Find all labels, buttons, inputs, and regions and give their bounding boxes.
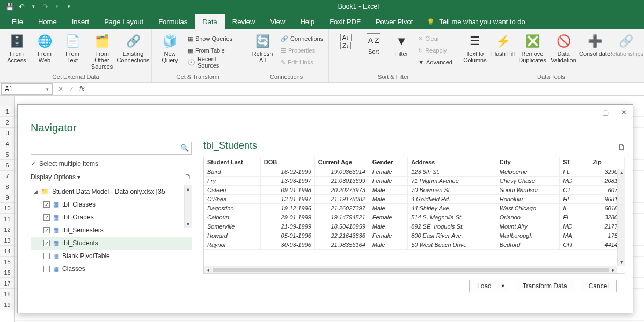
row-header[interactable]: 1 (0, 106, 14, 117)
tree-item-blank-pivottable[interactable]: ▦Blank PivotTable (31, 250, 192, 262)
column-header[interactable]: Address (408, 157, 496, 167)
column-header[interactable]: ST (560, 157, 589, 167)
row-header[interactable]: 2 (0, 117, 14, 128)
undo-icon[interactable]: ↶ (17, 2, 26, 11)
select-multiple-checkbox[interactable]: ✓ Select multiple items (31, 160, 192, 167)
row-header[interactable]: 18 (0, 289, 14, 299)
tree-item-tbl_classes[interactable]: ✓▦tbl_Classes (31, 198, 192, 211)
navigator-tree[interactable]: ◢ 📁 Student Data Model - Data only.xlsx … (31, 185, 192, 309)
column-header[interactable]: Current Age (314, 157, 369, 167)
row-header[interactable]: 19 (0, 299, 14, 310)
fx-icon[interactable]: fx (79, 85, 84, 93)
display-options-dropdown[interactable]: Display Options ▾ (31, 173, 80, 181)
scroll-up-icon[interactable]: ▴ (618, 169, 625, 177)
select-all-corner[interactable] (0, 96, 14, 106)
scroll-left-icon[interactable]: ◂ (204, 266, 211, 274)
column-header[interactable]: DOB (260, 157, 314, 167)
recent-sources-button[interactable]: 🕘Recent Sources (187, 57, 239, 68)
tree-item-classes[interactable]: ▦Classes (31, 262, 192, 275)
flash-fill-button[interactable]: ⚡Flash Fill (491, 31, 515, 57)
table-row[interactable]: O'Shea13-01-199721.19178082Male4 Goldfie… (204, 195, 625, 204)
checkbox-icon[interactable] (43, 253, 50, 259)
from-text-button[interactable]: 📄From Text (60, 31, 85, 63)
undo-dropdown-icon[interactable]: ▾ (29, 2, 38, 11)
preview-options-icon[interactable]: 🗋 (618, 143, 625, 151)
sort-az-button[interactable]: A↓Z↓ (333, 31, 358, 49)
sort-button[interactable]: A ZSort (361, 31, 386, 55)
tab-help[interactable]: Help (292, 14, 322, 29)
row-header[interactable]: 7 (0, 171, 14, 181)
row-header[interactable]: 8 (0, 181, 14, 192)
row-header[interactable]: 3 (0, 128, 14, 138)
cancel-button[interactable]: Cancel (581, 280, 617, 292)
column-header[interactable]: Student Last (204, 157, 260, 167)
formula-input[interactable] (90, 83, 644, 95)
row-header[interactable]: 9 (0, 192, 14, 203)
refresh-icon[interactable]: 🗋 (185, 173, 192, 181)
collapse-icon[interactable]: ◢ (34, 189, 38, 194)
checkbox-icon[interactable]: ✓ (43, 201, 50, 208)
checkbox-icon[interactable]: ✓ (43, 227, 50, 233)
text-to-columns-button[interactable]: ☰Text to Columns (463, 31, 487, 63)
consolidate-button[interactable]: ➕Consolidate (581, 31, 609, 57)
maximize-button[interactable]: ▢ (599, 106, 611, 118)
tree-root-folder[interactable]: ◢ 📁 Student Data Model - Data only.xlsx … (31, 185, 192, 198)
tab-home[interactable]: Home (31, 14, 64, 29)
tab-insert[interactable]: Insert (64, 14, 97, 29)
table-row[interactable]: Osteen09-01-199820.20273973Male70 Bowman… (204, 186, 625, 195)
row-header[interactable]: 4 (0, 138, 14, 149)
table-row[interactable]: Howard05-01-199622.21643836Female800 Eas… (204, 231, 625, 240)
redo-icon[interactable]: ↷ (41, 2, 49, 11)
tree-item-tbl_semesters[interactable]: ✓▦tbl_Semesters (31, 224, 192, 237)
table-row[interactable]: Fry13-03-199721.03013699Female71 Pilgrim… (204, 177, 625, 186)
scroll-down-icon[interactable]: ▼ (185, 221, 192, 228)
save-icon[interactable]: 💾 (5, 2, 14, 11)
table-row[interactable]: Dagostino19-12-199621.26027397Male44 Shi… (204, 204, 625, 213)
search-icon[interactable]: 🔍 (180, 144, 189, 152)
row-header[interactable]: 17 (0, 278, 14, 289)
file-tab[interactable]: File (4, 14, 31, 29)
tab-foxit-pdf[interactable]: Foxit PDF (322, 14, 368, 29)
advanced-filter-button[interactable]: ▼Advanced (417, 57, 453, 68)
tab-power-pivot[interactable]: Power Pivot (368, 14, 420, 29)
scroll-right-icon[interactable]: ▸ (610, 266, 617, 274)
row-header[interactable]: 6 (0, 160, 14, 171)
search-input[interactable] (31, 142, 192, 155)
existing-connections-button[interactable]: 🔗Existing Connections (119, 31, 147, 63)
scroll-thumb[interactable] (213, 268, 609, 272)
new-query-button[interactable]: 🧊New Query (156, 31, 184, 63)
preview-table[interactable]: Student LastDOBCurrent AgeGenderAddressC… (203, 157, 625, 274)
tab-data[interactable]: Data (195, 14, 224, 29)
from-table-button[interactable]: ▦From Table (187, 45, 239, 56)
name-box[interactable]: A1 (1, 83, 53, 95)
column-header[interactable]: City (496, 157, 560, 167)
filter-button[interactable]: ▼Filter (389, 31, 414, 57)
remove-duplicates-button[interactable]: ❎Remove Duplicates (518, 31, 546, 63)
from-other-sources-button[interactable]: 🗂️From Other Sources (88, 31, 116, 70)
row-header[interactable]: 10 (0, 203, 14, 214)
row-header[interactable]: 16 (0, 267, 14, 278)
row-header[interactable]: 12 (0, 224, 14, 235)
table-row[interactable]: Calhoun29-01-199919.14794521Female514 S.… (204, 213, 625, 222)
table-row[interactable]: Somerville21-09-199918.50410959Male892 S… (204, 222, 625, 231)
row-header[interactable]: 11 (0, 214, 14, 224)
row-header[interactable]: 14 (0, 246, 14, 257)
checkbox-icon[interactable]: ✓ (43, 240, 50, 246)
table-horizontal-scrollbar[interactable]: ◂▸ (204, 266, 617, 273)
load-button[interactable]: Load▼ (469, 280, 509, 292)
tab-view[interactable]: View (262, 14, 292, 29)
tab-review[interactable]: Review (225, 14, 263, 29)
tree-item-tbl_students[interactable]: ✓▦tbl_Students (31, 237, 192, 250)
qat-customize-icon[interactable]: ▾ (64, 2, 73, 11)
checkbox-icon[interactable] (43, 266, 50, 272)
data-validation-button[interactable]: 🚫Data Validation (550, 31, 577, 63)
refresh-all-button[interactable]: 🔄Refresh All (248, 31, 276, 63)
scroll-up-icon[interactable]: ▲ (185, 185, 192, 193)
table-row[interactable]: Baird16-02-199919.09863014Female123 6th … (204, 167, 625, 177)
tree-item-tbl_grades[interactable]: ✓▦tbl_Grades (31, 211, 192, 224)
tab-page-layout[interactable]: Page Layout (97, 14, 151, 29)
row-header[interactable]: 15 (0, 257, 14, 267)
column-header[interactable]: Zip (589, 157, 625, 167)
connections-button[interactable]: 🔗Connections (280, 33, 324, 44)
checkbox-icon[interactable]: ✓ (43, 214, 50, 221)
